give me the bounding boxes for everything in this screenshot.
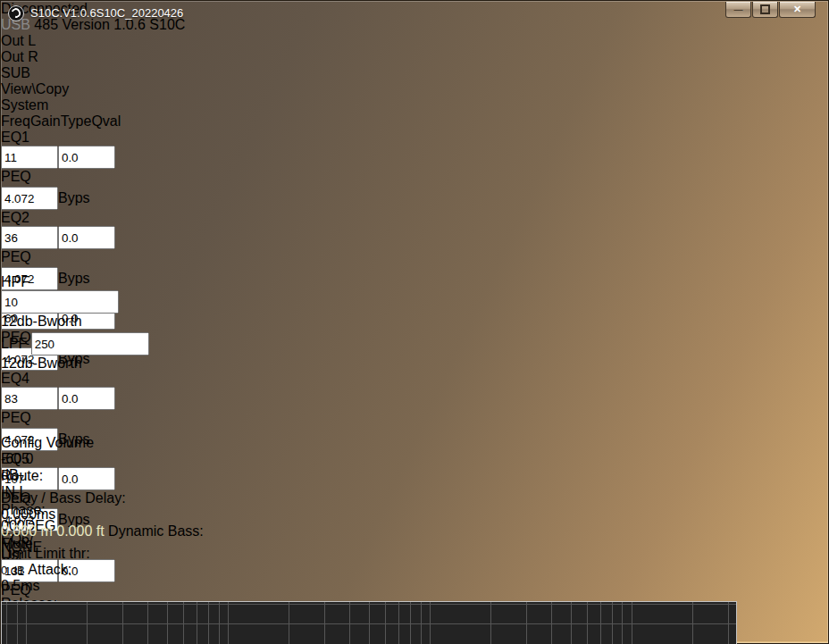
tab-out-l[interactable]: Out L [1, 33, 65, 49]
volume-label: Volume [46, 435, 94, 450]
hpf-type-value: 12db-Bworth [1, 314, 82, 329]
eq2-freq-input[interactable] [1, 226, 58, 249]
close-button[interactable]: ✕ [779, 2, 816, 18]
eq1-header: EQ1 [1, 130, 47, 146]
tab-sub[interactable]: SUB [1, 65, 53, 81]
limit-groupbox: Limit Limit thr: 0 dB Attack: 0.5ms Rele… [1, 546, 231, 601]
config-title: Config [1, 435, 42, 450]
minimize-button[interactable]: — [725, 2, 751, 18]
tab-label: Out R [1, 49, 38, 64]
eq4-gain-input[interactable] [58, 387, 115, 410]
eq1-type-select[interactable]: PEQ [1, 169, 51, 187]
dynamic-bass-label: Dynamic Bass: [108, 523, 204, 539]
attack-value: 0.5ms [1, 578, 40, 593]
titlebar[interactable]: S10C.V1.0.6S10C_20220426 — ✕ [2, 2, 827, 24]
eq1-freq-input[interactable] [1, 146, 58, 169]
eq1-gain-input[interactable] [58, 146, 115, 169]
eq-row-label-qval: Qval [91, 113, 121, 129]
lpf-freq-input[interactable] [31, 332, 149, 355]
eq2-header: EQ2 [1, 210, 47, 226]
eq-row-label-gain: Gain [30, 113, 61, 129]
delay-feet-value: 0.000 ft [56, 523, 104, 539]
volume-value: -60.0 dB [1, 451, 49, 468]
tab-system[interactable]: System [1, 97, 81, 113]
hpf-label: HPF [1, 274, 29, 289]
route-label: Route: [1, 468, 43, 483]
close-icon: ✕ [793, 4, 801, 15]
delay-bass-groupbox: Delay / Bass Delay: 0.000ms 0.000 m 0.00… [1, 490, 212, 546]
eq-row-label-type: Type [61, 113, 92, 129]
app-icon [8, 5, 24, 21]
lpf-type-value: 12db-Bworth [1, 355, 82, 371]
tab-label: SUB [1, 65, 30, 80]
eq5-gain-input[interactable] [58, 467, 115, 490]
eq1-qval-input[interactable] [1, 187, 58, 210]
eq2-gain-input[interactable] [58, 226, 115, 249]
eq4-freq-input[interactable] [1, 387, 58, 410]
window-title: S10C.V1.0.6S10C_20220426 [30, 6, 183, 20]
frequency-response-panel: 12345678+15dB+10dB+5dB0dB-5dB-10dB-15dB-… [1, 601, 828, 644]
delay-meters-value: 0.000 m [1, 523, 53, 539]
tab-strip: Out LOut RSUBView\CopySystem [1, 33, 828, 113]
eq1-bypass-label: Byps [58, 190, 90, 205]
app-window: S10C.V1.0.6S10C_20220426 — ✕ Disconnecte… [0, 0, 829, 644]
window-controls: — ✕ [725, 2, 816, 18]
hpf-freq-input[interactable] [1, 290, 119, 314]
eq4-type-value: PEQ [1, 410, 31, 425]
eq-panel: FreqGainTypeQvalEQ1PEQBypsEQ2PEQBypsEQ3P… [1, 113, 607, 274]
tab-view-copy[interactable]: View\Copy [1, 81, 88, 97]
eq2-type-value: PEQ [1, 249, 31, 264]
limit-title: Limit [1, 546, 31, 561]
limit-thr-label: Limit thr: [35, 546, 89, 561]
eq2-bypass-label: Byps [58, 271, 90, 286]
minimize-icon: — [734, 4, 743, 14]
client-area: Disconnected USB 485 Version 1.0.6 S10C … [1, 1, 828, 644]
maximize-button[interactable] [752, 2, 778, 18]
maximize-icon [760, 4, 770, 14]
lpf-type-select[interactable]: 12db-Bworth [1, 355, 112, 374]
attack-label: Attack: [28, 562, 71, 577]
eq-row-label-freq: Freq [1, 113, 30, 129]
frequency-response-plot[interactable]: 12345678 [1, 601, 737, 644]
lpf-label: LPF [1, 336, 27, 351]
delay-value: 0.000ms [1, 506, 62, 523]
tab-label: System [1, 97, 48, 113]
eq2-type-select[interactable]: PEQ [1, 249, 51, 267]
eq1-type-value: PEQ [1, 169, 31, 184]
limit-thr-value: 0 dB [1, 564, 25, 577]
tab-out-r[interactable]: Out R [1, 49, 65, 65]
tab-label: Out L [1, 33, 36, 48]
delay-bass-title: Delay / Bass [1, 490, 81, 506]
tab-label: View\Copy [1, 81, 69, 96]
delay-label: Delay: [85, 490, 125, 506]
